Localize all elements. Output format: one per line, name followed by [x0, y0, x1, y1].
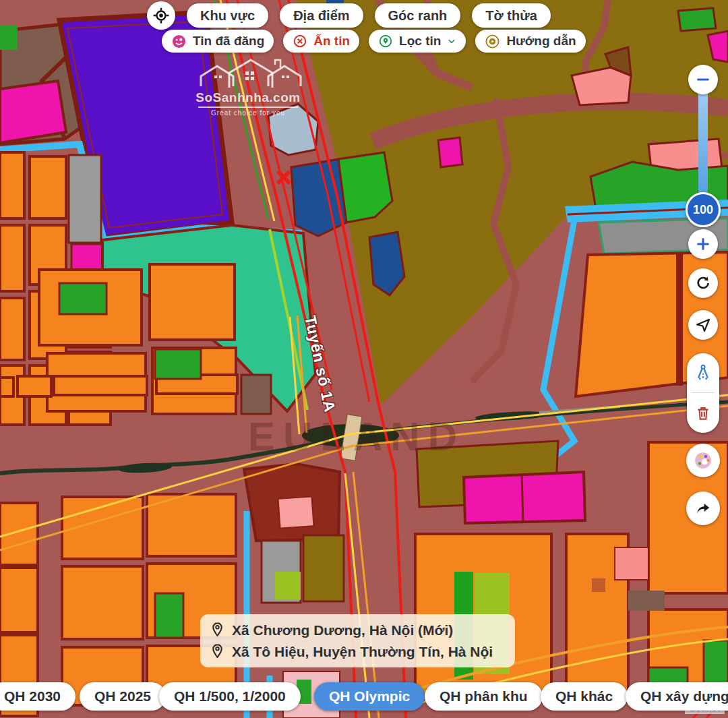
share-button[interactable] [686, 491, 720, 525]
minus-icon [696, 72, 710, 87]
measure-button[interactable] [694, 354, 712, 392]
button-huong-dan[interactable]: Hướng dẫn [475, 30, 585, 53]
button-khu-vuc-label: Khu vực [200, 8, 255, 24]
zoom-slider[interactable] [698, 80, 708, 205]
button-an-tin-label: Ẩn tin [313, 34, 350, 49]
map-tools-group [687, 353, 719, 433]
map-watermark-text: EULAND [248, 414, 465, 459]
tab-qh-xay-dung-label: QH xây dựng [640, 688, 728, 705]
toolbar-row1: Khu vực Địa điểm Góc ranh Tờ thửa [147, 1, 551, 30]
send-location-icon [695, 317, 711, 333]
plus-icon [696, 237, 710, 251]
zoom-in-button[interactable] [688, 229, 718, 259]
button-khu-vuc[interactable]: Khu vực [187, 3, 268, 28]
map-canvas[interactable]: EULAND Tuyến số 1A [0, 0, 728, 718]
map-brown-parcel [241, 375, 271, 414]
location-line-2: Xã Tô Hiệu, Huyện Thường Tín, Hà Nội [232, 644, 493, 660]
compass-measure-icon [694, 363, 712, 382]
tab-qh-2025-label: QH 2025 [94, 688, 151, 705]
tab-qh-xay-dung[interactable]: QH xây dựng [626, 682, 728, 711]
location-row-2: Xã Tô Hiệu, Huyện Thường Tín, Hà Nội [211, 643, 504, 660]
tab-qh-olympic[interactable]: QH Olympic [314, 682, 425, 711]
hide-listings-icon [293, 34, 307, 49]
tab-qh-khac[interactable]: QH khác [541, 682, 628, 711]
button-loc-tin[interactable]: Lọc tin [369, 30, 466, 53]
zoom-level-value: 100 [693, 203, 713, 217]
tab-qh-1-500[interactable]: QH 1/500, 1/2000 [159, 682, 301, 711]
tab-qh-1-500-label: QH 1/500, 1/2000 [174, 688, 286, 705]
toolbar-row2: Tin đã đăng Ẩn tin Lọc tin Hướng dẫn [162, 30, 586, 53]
zoom-out-button[interactable] [688, 65, 718, 94]
tab-qh-phan-khu-label: QH phân khu [439, 688, 528, 705]
location-overlay: Xã Chương Dương, Hà Nội (Mới) Xã Tô Hiệu… [200, 614, 515, 667]
posted-listings-icon [171, 34, 187, 49]
button-loc-tin-label: Lọc tin [399, 34, 441, 49]
button-an-tin[interactable]: Ẩn tin [283, 30, 359, 53]
button-huong-dan-label: Hướng dẫn [506, 34, 576, 49]
tab-qh-2030-label: QH 2030 [4, 688, 61, 705]
refresh-icon [695, 275, 711, 291]
palette-icon [693, 450, 713, 471]
button-to-thua[interactable]: Tờ thửa [472, 3, 550, 28]
tools-divider [692, 392, 715, 393]
location-line-1: Xã Chương Dương, Hà Nội (Mới) [232, 622, 453, 638]
button-dia-diem[interactable]: Địa điểm [280, 3, 363, 28]
chevron-down-icon [447, 36, 456, 46]
trash-icon [694, 405, 712, 422]
location-pin-icon [211, 643, 224, 660]
location-row-1: Xã Chương Dương, Hà Nội (Mới) [211, 622, 504, 638]
my-location-button[interactable] [688, 310, 718, 340]
tab-qh-khac-label: QH khác [555, 688, 613, 705]
guide-icon [485, 34, 500, 49]
map-app-window: EULAND Tuyến số 1A SoSanhnha.com Great c… [0, 0, 728, 718]
locate-button[interactable] [147, 1, 175, 30]
button-dia-diem-label: Địa điểm [293, 8, 349, 24]
layers-style-button[interactable] [686, 444, 720, 477]
button-to-thua-label: Tờ thửa [485, 8, 537, 24]
refresh-button[interactable] [688, 268, 718, 298]
tab-qh-2030[interactable]: QH 2030 [0, 682, 75, 711]
tab-qh-phan-khu[interactable]: QH phân khu [425, 682, 543, 711]
tab-qh-2025[interactable]: QH 2025 [80, 682, 166, 711]
button-goc-ranh[interactable]: Góc ranh [375, 3, 461, 28]
button-tin-da-dang[interactable]: Tin đã đăng [162, 30, 274, 53]
location-pin-icon [211, 622, 224, 638]
button-tin-da-dang-label: Tin đã đăng [193, 34, 264, 49]
share-icon [694, 500, 712, 517]
zoom-level-badge: 100 [686, 192, 721, 227]
delete-button[interactable] [694, 394, 712, 432]
button-goc-ranh-label: Góc ranh [388, 8, 448, 24]
filter-pin-icon [378, 34, 393, 49]
locate-icon [152, 7, 170, 24]
tab-qh-olympic-label: QH Olympic [329, 688, 410, 705]
